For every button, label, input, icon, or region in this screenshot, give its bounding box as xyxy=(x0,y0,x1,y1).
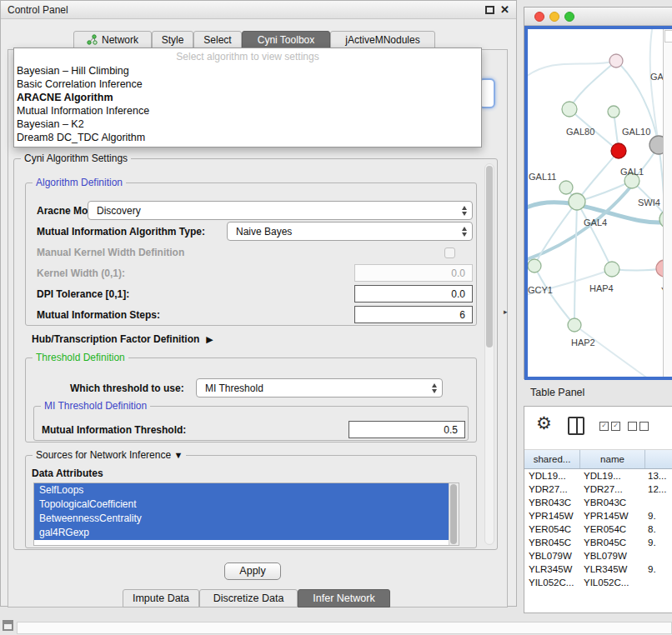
sources-legend[interactable]: Sources for Network Inference ▼ xyxy=(33,449,186,461)
table-row[interactable]: YIL052C...YIL052C... xyxy=(524,576,672,589)
tab-infer-network[interactable]: Infer Network xyxy=(298,589,390,608)
network-node[interactable] xyxy=(568,318,581,332)
apply-button[interactable]: Apply xyxy=(224,562,281,580)
columns-icon[interactable] xyxy=(568,417,584,435)
node-label: GAL4 xyxy=(584,218,607,228)
network-edge[interactable] xyxy=(528,61,616,79)
mi-steps-field[interactable]: 6 xyxy=(354,306,473,323)
data-attributes-label: Data Attributes xyxy=(32,468,103,479)
table-cell xyxy=(644,549,672,562)
node-label: GCY1 xyxy=(528,285,553,295)
dpi-tolerance-field[interactable]: 0.0 xyxy=(354,285,473,302)
manual-kernel-checkbox[interactable] xyxy=(444,248,455,258)
select-all-checkboxes-icon[interactable]: ✓ ✓ xyxy=(599,422,620,431)
table-cell: 9. xyxy=(644,509,672,522)
node-label: GAL10 xyxy=(622,127,650,137)
mi-steps-label: Mutual Information Steps: xyxy=(37,309,160,321)
table-cell: YER054C xyxy=(579,522,644,536)
algorithm-option[interactable]: Bayesian – Hill Climbing xyxy=(14,64,481,78)
network-node[interactable] xyxy=(559,181,573,194)
tab-discretize-data[interactable]: Discretize Data xyxy=(199,589,298,608)
mi-type-select[interactable]: Naive Bayes xyxy=(227,222,473,241)
table-row[interactable]: YDR27...YDR27...12... xyxy=(524,482,672,496)
attributes-scrollbar[interactable] xyxy=(449,483,459,545)
network-edge[interactable] xyxy=(534,266,574,325)
network-edge[interactable] xyxy=(574,325,661,379)
table-row[interactable]: YBR043CYBR043C xyxy=(524,496,672,509)
algorithm-option[interactable]: Dream8 DC_TDC Algorithm xyxy=(14,131,481,144)
tab-jactivemodules[interactable]: jActiveMNodules xyxy=(330,31,435,48)
network-node[interactable] xyxy=(569,193,585,210)
network-node[interactable] xyxy=(609,54,623,68)
table-cell xyxy=(644,576,672,589)
network-graph: GALGAL80GAL10GAL11GAL1SWI4GAL4GCY1HAP4HA… xyxy=(528,29,672,379)
kernel-width-field[interactable]: 0.0 xyxy=(354,264,473,282)
hub-definition-expander[interactable]: Hub/Transcription Factor Definition ▶ xyxy=(32,333,213,345)
network-node[interactable] xyxy=(604,262,619,277)
which-threshold-select[interactable]: MI Threshold xyxy=(196,378,443,398)
network-edge[interactable] xyxy=(577,151,619,202)
zoom-traffic-light[interactable] xyxy=(564,12,574,22)
network-node[interactable] xyxy=(611,143,626,158)
float-window-icon[interactable] xyxy=(485,6,494,14)
tab-cyni-toolbox[interactable]: Cyni Toolbox xyxy=(242,31,330,48)
algorithm-option[interactable]: Basic Correlation Inference xyxy=(14,78,481,91)
network-canvas[interactable]: GALGAL80GAL10GAL11GAL1SWI4GAL4GCY1HAP4HA… xyxy=(524,26,672,380)
close-traffic-light[interactable] xyxy=(534,12,544,22)
mi-threshold-field[interactable]: 0.5 xyxy=(349,421,465,438)
network-edge[interactable] xyxy=(569,61,616,109)
algorithm-option[interactable]: Bayesian – K2 xyxy=(14,118,481,131)
kernel-width-label: Kernel Width (0,1): xyxy=(37,268,125,279)
algorithm-option[interactable]: ARACNE Algorithm xyxy=(14,91,481,104)
node-label: GAL1 xyxy=(620,167,644,177)
clear-all-checkboxes-icon[interactable] xyxy=(628,422,649,431)
horizontal-scrollbar[interactable] xyxy=(17,622,672,634)
column-header-shared-name[interactable]: shared... xyxy=(524,450,580,468)
splitter-arrow-icon[interactable]: ▸ xyxy=(504,308,508,316)
attributes-scrollbar-thumb[interactable] xyxy=(450,484,457,544)
tab-impute-data[interactable]: Impute Data xyxy=(123,589,199,608)
network-node[interactable] xyxy=(528,259,541,272)
network-edge[interactable] xyxy=(534,202,577,266)
network-node[interactable] xyxy=(608,106,619,118)
table-panel-title: Table Panel xyxy=(530,387,584,398)
minimize-traffic-light[interactable] xyxy=(549,12,559,22)
table-cell: YDR27... xyxy=(524,482,579,496)
column-header-name[interactable]: name xyxy=(580,450,645,468)
attribute-item[interactable]: SelfLoops xyxy=(34,483,449,498)
network-edge[interactable] xyxy=(574,202,577,325)
attribute-item[interactable]: BetweennessCentrality xyxy=(34,512,449,526)
window-title: Control Panel xyxy=(8,1,68,19)
network-vertical-scrollbar[interactable] xyxy=(663,29,672,377)
settings-scrollbar[interactable] xyxy=(484,163,494,545)
settings-scrollbar-thumb[interactable] xyxy=(486,166,493,348)
tab-network[interactable]: Network xyxy=(73,31,152,48)
table-row[interactable]: YBR045CYBR045C9. xyxy=(524,536,672,549)
settings-legend: Cyni Algorithm Settings xyxy=(21,152,131,164)
sources-legend-label: Sources for Network Inference xyxy=(36,449,171,461)
network-node[interactable] xyxy=(562,102,577,117)
algorithm-dropdown-popup: Select algorithm to view settings Bayesi… xyxy=(13,48,482,148)
restore-panel-icon[interactable] xyxy=(3,620,13,631)
table-row[interactable]: YBL079WYBL079W xyxy=(524,549,672,562)
aracne-mode-select[interactable]: Discovery xyxy=(88,201,473,220)
tab-select[interactable]: Select xyxy=(193,31,242,48)
table-body: YDL19...YDL19...13...YDR27...YDR27...12.… xyxy=(524,469,672,612)
attribute-item[interactable]: gal4RGexp xyxy=(34,526,449,540)
tab-style[interactable]: Style xyxy=(152,31,193,48)
table-row[interactable]: YLR345WYLR345W9. xyxy=(524,562,672,576)
table-row[interactable]: YPR145WYPR145W9. xyxy=(524,509,672,522)
close-icon[interactable]: ✕ xyxy=(500,2,509,18)
mi-type-value: Naive Bayes xyxy=(236,226,292,238)
gear-icon[interactable]: ⚙ xyxy=(536,413,552,433)
table-row[interactable]: YER054CYER054C8. xyxy=(524,522,672,536)
scrollbar-button[interactable] xyxy=(664,30,672,42)
table-row[interactable]: YDL19...YDL19...13... xyxy=(524,469,672,482)
collapse-arrow-icon: ▼ xyxy=(173,450,183,460)
table-cell: YBL079W xyxy=(524,549,579,562)
data-attributes-list[interactable]: SelfLoopsTopologicalCoefficientBetweenne… xyxy=(33,482,459,546)
unchecked-box-icon xyxy=(639,422,649,431)
attribute-item[interactable]: TopologicalCoefficient xyxy=(34,498,449,512)
column-header-partial[interactable] xyxy=(645,450,672,468)
algorithm-option[interactable]: Mutual Information Inference xyxy=(14,104,481,118)
